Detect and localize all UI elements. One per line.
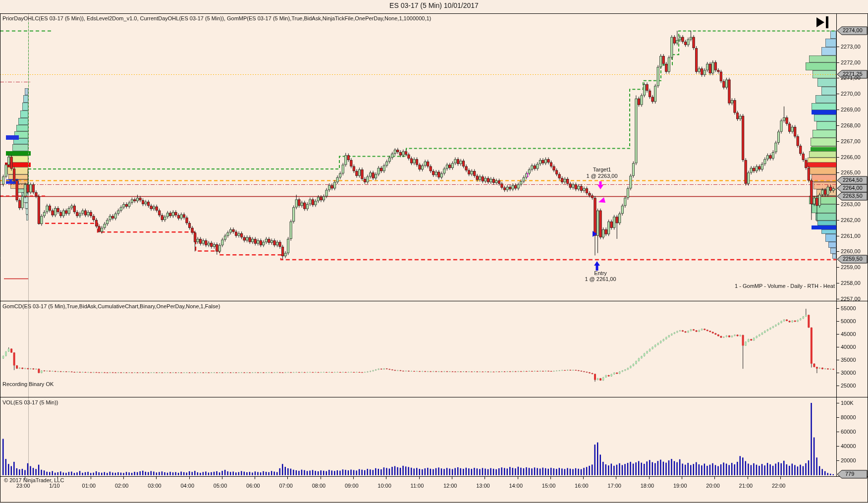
price-axis-label: 2266,00: [841, 154, 861, 161]
volume-badge: 779: [845, 471, 854, 477]
target1-qty-label: 1 @ 2263,00: [586, 173, 617, 179]
price-axis-label: 2272,00: [841, 59, 861, 66]
cd-indicator-label: GomCD(ES 03-17 (5 Min),True,BidAsk,Cumul…: [2, 303, 220, 310]
time-axis-label: 19:00: [673, 483, 687, 489]
price-axis-label: 2265,00: [841, 169, 861, 176]
price-axis-label: 2261,00: [841, 233, 861, 239]
time-axis-label: 1/10: [49, 483, 59, 489]
cd-axis-label: 55000: [841, 305, 856, 312]
window-title: ES 03-17 (5 Min) 10/01/2017: [0, 2, 868, 9]
time-axis-label: 22:00: [772, 483, 786, 489]
price-badge: 2263,50: [843, 193, 863, 199]
price-axis-label: 2267,00: [841, 138, 861, 145]
time-axis-label: 15:00: [542, 483, 556, 489]
time-axis-label: 13:00: [476, 483, 490, 489]
price-badge: 2271,25: [843, 71, 863, 77]
cd-axis-label: 40000: [841, 344, 856, 350]
time-axis-label: 20:00: [706, 483, 720, 489]
gommp-settings-note: 1 - GomMP - Volume - Daily - RTH - Heat: [735, 283, 835, 289]
vol-axis-label: 80000: [841, 414, 856, 421]
time-axis-label: 16:00: [575, 483, 589, 489]
time-axis-label: 03:00: [148, 483, 162, 489]
price-axis-label: 2260,00: [841, 248, 861, 255]
time-axis-label: 04:00: [181, 483, 195, 489]
price-badge: 2264,00: [843, 185, 863, 191]
time-axis-label: 10:00: [378, 483, 391, 489]
price-badge: 2259,50: [843, 256, 863, 262]
main-indicator-label: PriorDayOHLC(ES 03-17 (5 Min)), EdsLevel…: [2, 15, 431, 22]
time-axis-label: 11:00: [411, 483, 424, 489]
order-qty-marker: 1: [526, 172, 529, 178]
time-axis-label: 18:00: [641, 483, 654, 489]
time-axis-label: 05:00: [214, 483, 227, 489]
price-axis-label: 2270,00: [841, 91, 861, 97]
time-axis-label: 17:00: [607, 483, 621, 489]
vol-indicator-label: VOL(ES 03-17 (5 Min)): [2, 399, 58, 406]
time-axis-label: 23:00: [16, 483, 30, 489]
time-axis-label: 21:00: [739, 483, 753, 489]
cd-axis-label: 25000: [841, 383, 856, 389]
vol-axis-label: 100K: [841, 400, 854, 406]
entry-label: Entry: [594, 270, 607, 276]
cd-axis-label: 35000: [841, 357, 856, 363]
vol-axis-label: 20000: [841, 457, 856, 464]
time-axis-label: 09:00: [345, 483, 359, 489]
cd-axis-label: 50000: [841, 318, 856, 325]
price-axis-label: 2258,00: [841, 280, 861, 286]
cd-axis-label: 30000: [841, 370, 856, 376]
time-axis-label: 12:00: [443, 483, 457, 489]
ninjatrader-chart-window: ES 03-17 (5 Min) 10/01/2017 PriorDayOHLC…: [0, 0, 868, 503]
target1-label: Target1: [593, 167, 611, 172]
price-axis-label: 2268,00: [841, 122, 861, 129]
entry-qty-label: 1 @ 2261,00: [585, 276, 616, 282]
time-axis-label: 08:00: [312, 483, 326, 489]
time-axis-label: 01:00: [82, 483, 96, 489]
time-axis-label: 14:00: [509, 483, 523, 489]
price-axis-label: 2263,00: [841, 201, 861, 208]
price-axis-label: 2269,00: [841, 107, 861, 113]
time-axis-label: 06:00: [246, 483, 260, 489]
recording-status: Recording Binary OK: [2, 381, 54, 388]
price-axis-label: 2262,00: [841, 217, 861, 224]
vol-axis-label: 40000: [841, 443, 856, 449]
time-axis-label: 02:00: [115, 483, 129, 489]
chart-canvas[interactable]: [0, 0, 868, 503]
vol-axis-label: 60000: [841, 429, 856, 435]
cd-axis-label: 45000: [841, 331, 856, 337]
price-badge: 2264,50: [843, 177, 863, 183]
play-triangle-icon: [816, 17, 824, 27]
price-axis-label: 2273,00: [841, 44, 861, 50]
price-badge: 2274,00: [843, 27, 863, 34]
go-to-end-icon[interactable]: [816, 16, 833, 28]
price-axis-label: 2259,00: [841, 264, 861, 271]
time-axis-label: 07:00: [279, 483, 293, 489]
price-axis-label: 2257,00: [841, 296, 861, 302]
play-bar-icon: [826, 16, 828, 28]
